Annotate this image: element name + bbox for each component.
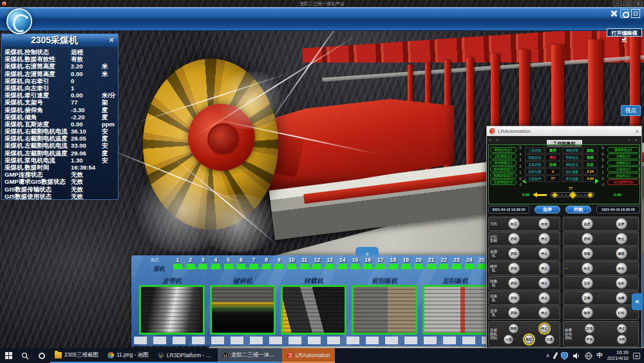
support-indicator[interactable]: 14 bbox=[336, 257, 349, 270]
control-button[interactable]: 锁定 bbox=[524, 335, 534, 344]
close-icon[interactable]: ✕ bbox=[107, 36, 116, 45]
control-button[interactable]: 停止 bbox=[538, 248, 550, 259]
control-button[interactable]: 打出 bbox=[616, 307, 627, 319]
taskbar-app[interactable]: LRAutomation bbox=[282, 348, 335, 363]
control-button[interactable]: 向左 bbox=[508, 218, 520, 230]
alarm-stop-button[interactable]: 自动超限停机 bbox=[607, 179, 639, 185]
control-button[interactable]: 停止 bbox=[538, 233, 550, 244]
support-indicator[interactable]: 10 bbox=[285, 257, 298, 270]
control-button[interactable]: 启动 bbox=[508, 277, 520, 289]
support-indicator[interactable]: 11 bbox=[298, 257, 311, 270]
control-button[interactable]: 减速 bbox=[616, 248, 627, 259]
search-button[interactable] bbox=[17, 348, 33, 363]
lock-button[interactable]: 闭锁 bbox=[565, 206, 591, 213]
control-button[interactable]: 启动 bbox=[508, 292, 520, 304]
restore-icon[interactable] bbox=[631, 9, 640, 18]
taskbar-app[interactable]: LR3DPlatform - U... bbox=[153, 348, 218, 363]
mode-button[interactable]: 联动喷雾之1 bbox=[490, 160, 516, 166]
camera-thumbnail[interactable] bbox=[281, 285, 346, 335]
control-button[interactable]: 向右 bbox=[538, 218, 550, 230]
control-button[interactable]: 启动 bbox=[508, 262, 520, 274]
control-button[interactable]: 左升 bbox=[582, 277, 593, 289]
ime-indicator[interactable]: 中 bbox=[597, 351, 603, 360]
mode-button[interactable]: 视频跟机之1 bbox=[607, 147, 639, 153]
network-globe-icon[interactable] bbox=[585, 352, 592, 360]
mode-button[interactable]: 右端头之1 bbox=[607, 173, 639, 179]
control-button[interactable]: 启动 bbox=[508, 248, 520, 259]
lr-titlebar[interactable]: LRAutomation × bbox=[487, 126, 641, 136]
taskbar-app[interactable]: 龙软二三维一体化... bbox=[218, 348, 282, 363]
support-indicator[interactable]: 3 bbox=[196, 257, 209, 270]
support-indicator[interactable]: 18 bbox=[387, 257, 400, 270]
support-indicator[interactable]: 2 bbox=[184, 257, 197, 270]
support-indicator[interactable]: 17 bbox=[374, 257, 387, 270]
mode-button[interactable]: 右截割之1 bbox=[607, 160, 639, 166]
support-indicator[interactable]: 4 bbox=[209, 257, 222, 270]
mode-button[interactable]: 记忆截割之1 bbox=[490, 153, 516, 159]
control-button[interactable]: 启动 bbox=[582, 233, 593, 244]
close-button[interactable]: × bbox=[634, 1, 643, 6]
estop-button[interactable]: 急停 bbox=[535, 206, 560, 213]
control-button[interactable]: 左降 bbox=[582, 292, 593, 304]
support-indicator[interactable]: 8 bbox=[260, 257, 273, 270]
tray-expand-icon[interactable]: ∧ bbox=[546, 353, 550, 358]
control-button[interactable]: 停止 bbox=[617, 324, 627, 333]
side-collapse-tab[interactable]: « bbox=[632, 293, 643, 310]
control-button[interactable]: 向左 bbox=[582, 262, 593, 274]
support-indicator[interactable]: 13 bbox=[323, 257, 336, 270]
speaker-icon[interactable] bbox=[573, 352, 580, 360]
control-button[interactable]: 小流 bbox=[504, 335, 513, 344]
slider-knob[interactable] bbox=[587, 192, 594, 199]
control-button[interactable]: 加速 bbox=[582, 248, 593, 259]
cortana-button[interactable] bbox=[33, 348, 50, 363]
control-button[interactable]: 停止 bbox=[538, 262, 550, 274]
support-indicator[interactable]: 24 bbox=[463, 257, 476, 270]
gear-icon[interactable] bbox=[620, 9, 629, 18]
support-indicator[interactable]: 23 bbox=[450, 257, 463, 270]
viewpoint-tab[interactable]: 视点 bbox=[621, 105, 641, 116]
taskbar-clock[interactable]: 16:39 2021/4/10 bbox=[607, 350, 629, 361]
support-indicator[interactable]: 19 bbox=[399, 257, 412, 270]
panel-header[interactable]: 2305采煤机 ✕ bbox=[2, 34, 118, 47]
mode-button[interactable]: 左截割之1 bbox=[607, 153, 639, 159]
pen-icon[interactable] bbox=[553, 352, 558, 359]
taskbar-app[interactable]: 11.png - 画图 bbox=[103, 348, 153, 363]
control-button[interactable]: 手动 bbox=[585, 335, 594, 344]
control-button[interactable]: 停止 bbox=[540, 324, 549, 333]
support-indicator[interactable]: 22 bbox=[437, 257, 450, 270]
camera-thumbnail[interactable] bbox=[139, 285, 205, 335]
mode-button[interactable]: 左端头之1 bbox=[607, 166, 639, 172]
control-button[interactable]: 停止 bbox=[616, 233, 627, 244]
support-indicator[interactable]: 5 bbox=[222, 257, 235, 270]
control-button[interactable]: 右降 bbox=[616, 292, 627, 304]
taskbar-app[interactable]: 2305三维截图 bbox=[50, 348, 103, 363]
control-button[interactable]: 右升 bbox=[616, 277, 627, 289]
camera-thumbnail[interactable] bbox=[422, 285, 488, 335]
slider-track[interactable] bbox=[551, 192, 594, 197]
support-indicator[interactable]: 7 bbox=[247, 257, 260, 270]
support-indicator[interactable]: 21 bbox=[425, 257, 438, 270]
control-button[interactable]: 启动 bbox=[508, 233, 520, 244]
support-indicator[interactable]: 12 bbox=[311, 257, 324, 270]
support-indicator[interactable]: 20 bbox=[412, 257, 425, 270]
support-indicator[interactable]: 16 bbox=[361, 257, 374, 270]
minimize-button[interactable]: − bbox=[613, 1, 622, 6]
control-button[interactable]: 停止 bbox=[538, 307, 550, 319]
mode-button[interactable]: 机尾斜切进刀 bbox=[490, 173, 516, 179]
maximize-button[interactable]: □ bbox=[623, 1, 632, 6]
security-shield-icon[interactable] bbox=[561, 352, 568, 360]
open-edit-mode-button[interactable]: 打开编辑模式 bbox=[607, 28, 642, 37]
strip-collapse-tab[interactable]: » bbox=[355, 247, 379, 255]
support-indicator[interactable]: 1 bbox=[171, 257, 184, 270]
control-button[interactable]: 跟机 bbox=[509, 324, 518, 333]
control-button[interactable]: 自动 bbox=[585, 324, 594, 333]
support-indicator[interactable]: 9 bbox=[273, 257, 286, 270]
control-button[interactable]: 总停 bbox=[616, 218, 627, 230]
control-button[interactable]: 收回 bbox=[582, 307, 593, 319]
slider-knob[interactable] bbox=[569, 191, 577, 199]
tools-icon[interactable] bbox=[609, 9, 618, 18]
control-button[interactable]: 停止 bbox=[538, 277, 550, 289]
close-icon[interactable]: × bbox=[636, 128, 639, 135]
support-indicator[interactable]: 15 bbox=[349, 257, 362, 270]
mode-button[interactable]: 跟机自动之1 bbox=[490, 147, 516, 153]
